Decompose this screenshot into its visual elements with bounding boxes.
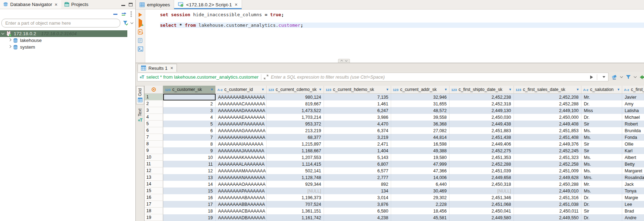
grid-cell[interactable]: 30,469 xyxy=(391,188,449,194)
grid-cell[interactable]: 2 xyxy=(163,100,216,107)
grid-cell[interactable]: 7,135 xyxy=(324,94,391,100)
column-header-c_first_na[interactable]: A-zc_first_na▼ xyxy=(622,86,644,94)
grid-cell[interactable]: 1,703,214 xyxy=(267,114,324,121)
grid-cell[interactable]: Ms. xyxy=(581,188,622,194)
grid-cell[interactable]: 19 xyxy=(163,214,216,221)
grid-cell[interactable]: Fonda xyxy=(622,134,644,141)
eraser-dropdown-chevron-icon[interactable] xyxy=(620,75,623,78)
grid-cell[interactable]: 18 xyxy=(163,208,216,214)
grid-cell[interactable]: AAAAAAAAFAAAAAAA xyxy=(216,121,267,127)
grid-cell[interactable]: 17 xyxy=(163,201,216,208)
grid-cell[interactable]: AAAAAAAALAAAAAAA xyxy=(216,161,267,167)
chevron-right-icon[interactable] xyxy=(8,45,11,48)
grid-cell[interactable]: 45,581 xyxy=(391,214,449,221)
row-number[interactable]: 13 xyxy=(145,174,163,181)
grid-cell[interactable]: 6,247 xyxy=(324,107,391,114)
grid-cell[interactable]: 6,580 xyxy=(324,208,391,214)
grid-cell[interactable]: 2,452,208 xyxy=(514,94,581,100)
row-number[interactable]: 5 xyxy=(145,121,163,127)
grid-cell[interactable]: Michael xyxy=(622,114,644,121)
grid-cell[interactable]: 707,524 xyxy=(267,201,324,208)
filter-results-chevron-icon[interactable] xyxy=(634,75,637,78)
tree-item-lakehouse[interactable]: lakehouse xyxy=(0,37,127,44)
column-header-c_first_shipto_date_sk[interactable]: 123c_first_shipto_date_sk▼ xyxy=(449,86,514,94)
grid-cell[interactable]: 1,196,373 xyxy=(267,194,324,201)
grid-cell[interactable]: 2,449,550 xyxy=(514,214,581,221)
grid-cell[interactable]: 4,470 xyxy=(324,121,391,127)
grid-cell[interactable]: [NULL] xyxy=(449,188,514,194)
column-menu-chevron-icon[interactable]: ▼ xyxy=(576,88,579,91)
grid-cell[interactable]: AAAAAAAADAAAAAAA xyxy=(216,107,267,114)
grid-cell[interactable]: 6,374 xyxy=(324,127,391,134)
grid-cell[interactable]: AAAAAAAACBAAAAAA xyxy=(216,208,267,214)
row-number[interactable]: 9 xyxy=(145,147,163,154)
grid-cell[interactable]: Sir xyxy=(581,141,622,147)
row-number[interactable]: 8 xyxy=(145,141,163,147)
grid-cell[interactable]: Dr. xyxy=(581,214,622,221)
grid-cell[interactable]: Brunilda xyxy=(622,127,644,134)
column-header-c_salutation[interactable]: A-zc_salutation▼ xyxy=(581,86,622,94)
grid-cell[interactable]: AAAAAAAAMAAAAAAA xyxy=(216,167,267,174)
grid-cell[interactable]: 12 xyxy=(163,167,216,174)
grid-cell[interactable]: 2,449,100 xyxy=(514,107,581,114)
grid-cell[interactable]: 8 xyxy=(163,141,216,147)
grid-cell[interactable]: 4 xyxy=(163,114,216,121)
tab-script-1[interactable]: <172.18.0.2> Script-1 × xyxy=(174,0,242,9)
grid-cell[interactable]: 15 xyxy=(163,188,216,194)
grid-cell[interactable]: 10 xyxy=(163,154,216,161)
row-number[interactable]: 17 xyxy=(145,201,163,208)
grid-cell[interactable]: 48,572 xyxy=(391,107,449,114)
grid-cell[interactable]: Sir xyxy=(581,147,622,154)
grid-cell[interactable]: Brad xyxy=(622,208,644,214)
grid-cell[interactable]: 2,471 xyxy=(324,141,391,147)
tab-database-navigator[interactable]: Database Navigator × xyxy=(0,0,61,9)
column-menu-chevron-icon[interactable]: ▼ xyxy=(509,88,512,91)
grid-cell[interactable]: 6,577 xyxy=(324,167,391,174)
grid-cell[interactable]: 2,452,258 xyxy=(514,161,581,167)
grid-cell[interactable]: 1,361,151 xyxy=(267,208,324,214)
grid-cell[interactable]: 2,452,318 xyxy=(449,100,514,107)
column-header-c_customer_id[interactable]: A-zc_customer_id▼ xyxy=(216,86,267,94)
grid-cell[interactable]: 2,449,130 xyxy=(449,107,514,114)
grid-cell[interactable]: Ms. xyxy=(581,154,622,161)
grid-cell[interactable]: 2,449,406 xyxy=(449,141,514,147)
sql-editor[interactable]: set session hide_inaccessible_columns = … xyxy=(145,10,644,63)
grid-cell[interactable]: 2,450,011 xyxy=(514,208,581,214)
row-number[interactable]: 19 xyxy=(145,214,163,221)
maximize-icon[interactable] xyxy=(129,3,133,6)
tree-item-system[interactable]: system xyxy=(0,44,127,50)
grid-cell[interactable]: 11 xyxy=(163,161,216,167)
grid-cell[interactable]: AAAAAAAAIAAAAAAA xyxy=(216,141,267,147)
grid-cell[interactable]: 2,451,316 xyxy=(514,194,581,201)
grid-cell[interactable]: 2,451,346 xyxy=(449,194,514,201)
grid-cell[interactable]: Dr. xyxy=(581,201,622,208)
grid-cell[interactable]: 1,168,667 xyxy=(267,147,324,154)
grid-cell[interactable]: AAAAAAAAKAAAAAAA xyxy=(216,154,267,161)
close-icon[interactable]: × xyxy=(234,2,238,7)
view-menu-icon[interactable] xyxy=(130,11,132,17)
grid-cell[interactable]: AAAAAAAAJAAAAAAA xyxy=(216,147,267,154)
grid-cell[interactable]: 2,777 xyxy=(324,174,391,181)
grid-cell[interactable]: 2,450,288 xyxy=(514,181,581,188)
grid-cell[interactable]: Sir xyxy=(581,121,622,127)
grid-cell[interactable]: Ms. xyxy=(581,134,622,141)
grid-cell[interactable]: 27,082 xyxy=(391,127,449,134)
column-menu-chevron-icon[interactable]: ▼ xyxy=(617,88,620,91)
grid-cell[interactable]: 2,451,438 xyxy=(449,134,514,141)
grid-cell[interactable]: 16 xyxy=(163,194,216,201)
grid-cell[interactable]: 2,228 xyxy=(391,201,449,208)
grid-cell[interactable]: AAAAAAAACAAAAAAA xyxy=(216,100,267,107)
column-menu-chevron-icon[interactable]: ▼ xyxy=(444,88,447,91)
grid-cell[interactable]: Betty xyxy=(622,161,644,167)
grid-cell[interactable]: Albert xyxy=(622,154,644,161)
grid-cell[interactable]: AAAAAAAANAAAAAAA xyxy=(216,174,267,181)
clear-filter-eraser-icon[interactable] xyxy=(611,74,617,80)
grid-cell[interactable]: 1,404 xyxy=(324,147,391,154)
grid-cell[interactable]: 2,452,245 xyxy=(514,147,581,154)
execute-statement-icon[interactable] xyxy=(139,13,142,17)
grid-cell[interactable]: 19,580 xyxy=(391,154,449,161)
code-line[interactable] xyxy=(160,17,644,23)
grid-cell[interactable]: 16,598 xyxy=(391,141,449,147)
grid-cell[interactable]: 2,449,376 xyxy=(514,141,581,147)
grid-cell[interactable]: 2,450,030 xyxy=(449,114,514,121)
